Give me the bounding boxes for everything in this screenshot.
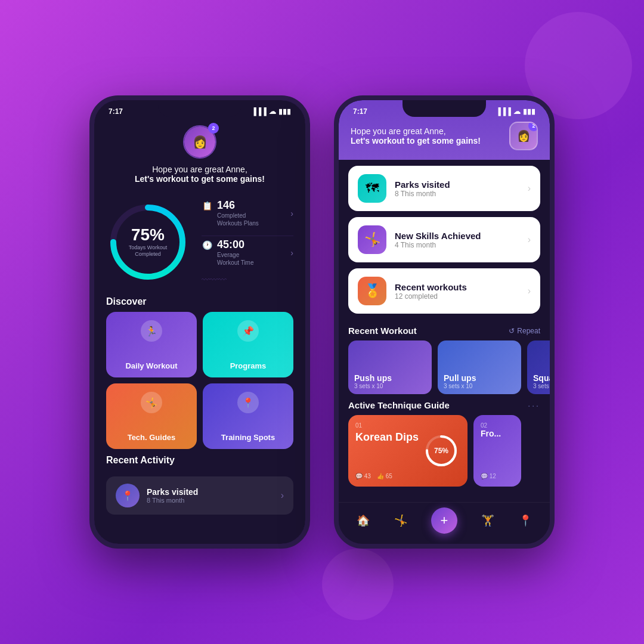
technique-circle: 75% bbox=[423, 433, 459, 469]
home-icon: 🏠 bbox=[357, 514, 370, 527]
stats-card-arrow-2: › bbox=[528, 286, 531, 296]
divider bbox=[202, 236, 293, 236]
new-skills-title: New Skills Achieved bbox=[395, 231, 519, 241]
phone1-header: 👩 2 Hope you are great Anne, Let's worko… bbox=[94, 116, 305, 193]
technique-num-2: 02 bbox=[481, 422, 514, 429]
stats-card-arrow-1: › bbox=[528, 234, 531, 245]
tech-guides-icon: 🤸 bbox=[141, 392, 162, 413]
daily-workout-label: Daily Workout bbox=[125, 361, 177, 370]
technique-stats-1: 💬 43 👍 65 bbox=[355, 473, 460, 479]
stat-info-1: 45:00 Everage Workout Time bbox=[217, 239, 286, 267]
new-skills-sub: 4 This month bbox=[395, 241, 519, 249]
stats-card-arrow-0: › bbox=[528, 183, 531, 194]
avatar-container-1[interactable]: 👩 2 bbox=[183, 125, 216, 159]
stats-cards: 🗺 Parks visited 8 This month › 🤸 New Ski… bbox=[339, 166, 550, 314]
stat-desc-1: Everage Workout Time bbox=[217, 251, 286, 267]
pushups-title: Push ups bbox=[354, 373, 426, 383]
stats-container: 📋 146 Completed Workouts Plans › 🕐 bbox=[202, 199, 293, 284]
pullups-sub: 3 sets x 10 bbox=[444, 383, 515, 389]
technique-card-korean-dips[interactable]: 01 Korean Dips 💬 43 👍 65 75% bbox=[348, 415, 467, 487]
stat-item-1: 🕐 45:00 Everage Workout Time › bbox=[202, 239, 293, 267]
technique-num-1: 01 bbox=[355, 422, 460, 429]
recent-workouts-title: Recent workouts bbox=[395, 282, 519, 292]
nav-plus[interactable]: + bbox=[431, 507, 457, 534]
stat-item-0: 📋 146 Completed Workouts Plans › bbox=[202, 199, 293, 227]
clipboard-icon: 📋 bbox=[202, 200, 212, 211]
parks-visited-info: Parks visited 8 This month bbox=[395, 179, 519, 198]
phone2-avatar[interactable]: 👩 2 bbox=[509, 122, 538, 150]
card-daily-workout[interactable]: 🏃 Daily Workout bbox=[106, 312, 197, 377]
technique-dots: ··· bbox=[528, 401, 540, 410]
activity-sub: 8 This month bbox=[147, 497, 274, 504]
discover-grid: 🏃 Daily Workout 📌 Programs 🤸 Tech. Guide… bbox=[94, 312, 305, 449]
phone2-greeting-line1: Hope you are great Anne, bbox=[351, 126, 502, 136]
recent-workout-title: Recent Workout bbox=[348, 326, 417, 336]
circle-label: Todays Workout Completed bbox=[129, 244, 167, 258]
spots-icon: 📍 bbox=[519, 514, 532, 527]
parks-visited-sub: 8 This month bbox=[395, 190, 519, 198]
phone-1: 7:17 ▐▐▐ ☁ ▮▮▮ 👩 2 Hope you are great An… bbox=[89, 95, 310, 549]
progress-section: 75% Todays Workout Completed 📋 146 bbox=[94, 193, 305, 290]
workout-card-pushups[interactable]: Push ups 3 sets x 10 bbox=[348, 340, 432, 394]
nav-home[interactable]: 🏠 bbox=[357, 514, 370, 527]
programs-icon: 📌 bbox=[237, 320, 259, 342]
pushups-sub: 3 sets x 10 bbox=[354, 383, 426, 389]
activity-info: Parks visited 8 This month bbox=[147, 487, 274, 504]
workout-card-squats[interactable]: Squats 3 sets x 10 bbox=[527, 340, 550, 394]
clock-icon: 🕐 bbox=[202, 240, 212, 250]
stats-card-0[interactable]: 🗺 Parks visited 8 This month › bbox=[348, 166, 540, 211]
greeting-line2-1: Let's workout to get some gains! bbox=[135, 174, 265, 184]
nav-spots[interactable]: 📍 bbox=[519, 514, 532, 527]
card-training-spots[interactable]: 📍 Training Spots bbox=[203, 383, 293, 449]
technique-card-2[interactable]: 02 Fro... 💬 12 bbox=[473, 415, 521, 487]
recent-workouts-sub: 12 completed bbox=[395, 292, 519, 301]
status-icons-1: ▐▐▐ ☁ ▮▮▮ bbox=[251, 107, 291, 116]
phone1-inner: 7:17 ▐▐▐ ☁ ▮▮▮ 👩 2 Hope you are great An… bbox=[94, 100, 305, 544]
activity-card[interactable]: 📍 Parks visited 8 This month › bbox=[106, 476, 293, 515]
workout-icon: 🤸 bbox=[394, 514, 407, 527]
phone2-greeting-line2: Let's workout to get some gains! bbox=[351, 136, 502, 145]
technique-title: Active Technique Guide bbox=[348, 400, 450, 410]
phone2-inner: 7:17 ▐▐▐ ☁ ▮▮▮ Hope you are great Anne, … bbox=[339, 100, 550, 544]
nav-workout[interactable]: 🤸 bbox=[394, 514, 407, 527]
new-skills-icon: 🤸 bbox=[358, 225, 386, 254]
circle-text: 75% Todays Workout Completed bbox=[129, 225, 167, 258]
recent-workout-header: Recent Workout ↺ Repeat bbox=[339, 320, 550, 340]
status-bar-2: 7:17 ▐▐▐ ☁ ▮▮▮ bbox=[339, 100, 550, 116]
add-button[interactable]: + bbox=[431, 507, 457, 534]
stat-arrow-1[interactable]: › bbox=[290, 248, 293, 258]
repeat-label: Repeat bbox=[517, 327, 540, 335]
workout-cards: Push ups 3 sets x 10 Pull ups 3 sets x 1… bbox=[339, 340, 550, 394]
stat-arrow-0[interactable]: › bbox=[290, 209, 293, 218]
stats-card-1[interactable]: 🤸 New Skills Achieved 4 This month › bbox=[348, 217, 540, 262]
daily-workout-icon: 🏃 bbox=[141, 320, 162, 342]
circle-percent: 75% bbox=[129, 225, 167, 244]
phone2-scroll[interactable]: 🗺 Parks visited 8 This month › 🤸 New Ski… bbox=[339, 160, 550, 544]
technique-cards: 01 Korean Dips 💬 43 👍 65 75% bbox=[339, 415, 550, 487]
training-spots-icon: 📍 bbox=[237, 392, 259, 413]
status-icons-2: ▐▐▐ ☁ ▮▮▮ bbox=[496, 107, 535, 116]
card-programs[interactable]: 📌 Programs bbox=[203, 312, 293, 377]
stat-number-0: 146 bbox=[217, 199, 286, 212]
notch-1 bbox=[158, 100, 242, 117]
training-spots-label: Training Spots bbox=[221, 433, 275, 442]
card-tech-guides[interactable]: 🤸 Tech. Guides bbox=[106, 383, 197, 449]
recent-workouts-icon: 🏅 bbox=[358, 277, 386, 305]
technique-header: Active Technique Guide ··· bbox=[339, 394, 550, 415]
stats-card-2[interactable]: 🏅 Recent workouts 12 completed › bbox=[348, 268, 540, 314]
phone-2: 7:17 ▐▐▐ ☁ ▮▮▮ Hope you are great Anne, … bbox=[334, 95, 555, 549]
squats-sub: 3 sets x 10 bbox=[533, 383, 550, 389]
badge-1: 2 bbox=[208, 123, 219, 134]
greeting-line1-1: Hope you are great Anne, bbox=[135, 165, 265, 174]
exercises-icon: 🏋 bbox=[481, 514, 494, 527]
stat-info-0: 146 Completed Workouts Plans bbox=[217, 199, 286, 227]
time-2: 7:17 bbox=[353, 107, 367, 116]
repeat-button[interactable]: ↺ Repeat bbox=[509, 327, 540, 335]
workout-card-pullups[interactable]: Pull ups 3 sets x 10 bbox=[438, 340, 521, 394]
phone2-greeting: Hope you are great Anne, Let's workout t… bbox=[351, 126, 502, 145]
activity-icon: 📍 bbox=[116, 484, 140, 507]
greeting-1: Hope you are great Anne, Let's workout t… bbox=[135, 165, 265, 184]
squats-title: Squats bbox=[533, 373, 550, 383]
nav-exercises[interactable]: 🏋 bbox=[481, 514, 494, 527]
recent-activity-title: Recent Activity bbox=[94, 449, 305, 470]
